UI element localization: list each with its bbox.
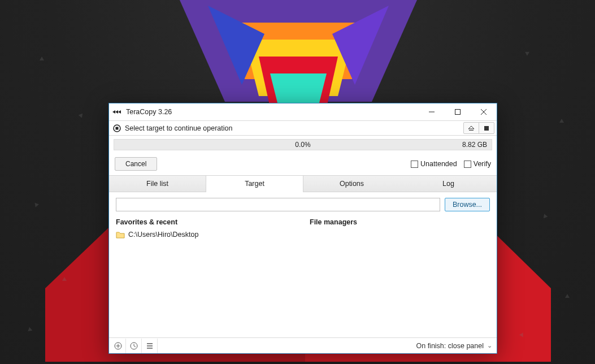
checkbox-box bbox=[411, 161, 418, 168]
verify-label: Verify bbox=[474, 160, 491, 168]
menu-button[interactable] bbox=[142, 339, 158, 353]
tab-log[interactable]: Log bbox=[400, 176, 497, 192]
window-controls bbox=[419, 103, 497, 120]
progress-wrap: 0.0% 8.82 GB bbox=[109, 136, 497, 153]
on-finish-dropdown[interactable]: On finish: close panel ⌄ bbox=[416, 342, 492, 350]
progress-bar: 0.0% 8.82 GB bbox=[114, 139, 492, 150]
bottom-bar: On finish: close panel ⌄ bbox=[109, 337, 497, 353]
file-managers-column: File managers bbox=[310, 218, 490, 334]
svg-rect-18 bbox=[484, 126, 489, 131]
favorite-path: C:\Users\Hiro\Desktop bbox=[128, 231, 198, 239]
verify-checkbox[interactable]: Verify bbox=[464, 160, 491, 168]
app-icon bbox=[112, 107, 123, 117]
on-finish-label: On finish: close panel bbox=[416, 342, 484, 350]
favorites-heading: Favorites & recent bbox=[116, 218, 296, 226]
unattended-label: Unattended bbox=[420, 160, 457, 168]
eject-button[interactable] bbox=[463, 122, 479, 134]
svg-marker-16 bbox=[468, 126, 474, 129]
tab-file-list[interactable]: File list bbox=[109, 176, 206, 192]
unattended-checkbox[interactable]: Unattended bbox=[411, 160, 457, 168]
svg-line-24 bbox=[134, 346, 136, 347]
status-text: Select target to continue operation bbox=[125, 124, 232, 132]
browse-button[interactable]: Browse... bbox=[445, 198, 490, 211]
favorites-column: Favorites & recent C:\Users\Hiro\Desktop bbox=[116, 218, 296, 334]
cancel-button[interactable]: Cancel bbox=[115, 157, 157, 171]
favorite-item[interactable]: C:\Users\Hiro\Desktop bbox=[116, 229, 296, 240]
folder-icon bbox=[116, 231, 125, 239]
close-button[interactable] bbox=[471, 103, 497, 120]
browse-button-label: Browse... bbox=[453, 201, 482, 209]
svg-rect-15 bbox=[116, 127, 119, 129]
progress-total-size: 8.82 GB bbox=[462, 141, 487, 149]
add-button[interactable] bbox=[110, 339, 126, 353]
window-title: TeraCopy 3.26 bbox=[126, 108, 172, 116]
stop-button[interactable] bbox=[479, 122, 494, 134]
cancel-button-label: Cancel bbox=[125, 160, 146, 168]
maximize-button[interactable] bbox=[445, 103, 471, 120]
action-row: Cancel Unattended Verify bbox=[109, 153, 497, 175]
file-managers-heading: File managers bbox=[310, 218, 490, 226]
tab-target[interactable]: Target bbox=[206, 176, 303, 192]
tab-label: File list bbox=[146, 180, 168, 188]
tab-options[interactable]: Options bbox=[303, 176, 400, 192]
status-row: Select target to continue operation bbox=[109, 120, 497, 136]
teracopy-window: TeraCopy 3.26 Select target to continue … bbox=[108, 103, 497, 354]
title-bar[interactable]: TeraCopy 3.26 bbox=[109, 103, 497, 120]
chevron-down-icon: ⌄ bbox=[487, 342, 492, 349]
tab-label: Target bbox=[245, 180, 264, 188]
progress-percent: 0.0% bbox=[295, 141, 310, 149]
target-path-input[interactable] bbox=[116, 198, 440, 211]
tab-strip: File list Target Options Log bbox=[109, 175, 497, 192]
target-tab-body: Browse... Favorites & recent C:\Users\Hi… bbox=[109, 192, 497, 337]
status-icon bbox=[112, 124, 121, 133]
minimize-button[interactable] bbox=[419, 103, 445, 120]
checkbox-box bbox=[464, 161, 471, 168]
history-button[interactable] bbox=[126, 339, 142, 353]
tab-label: Log bbox=[442, 180, 454, 188]
svg-rect-11 bbox=[455, 110, 461, 115]
tab-label: Options bbox=[340, 180, 364, 188]
